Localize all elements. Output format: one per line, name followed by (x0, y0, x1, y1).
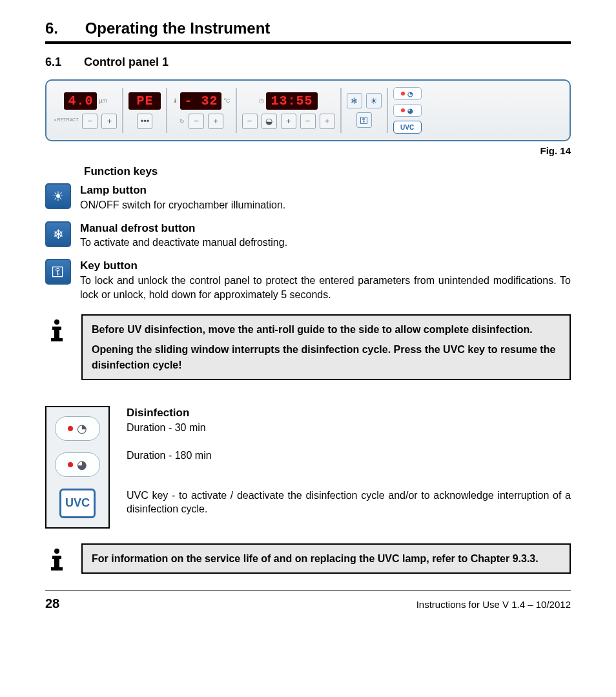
fan-icon: ↻ (180, 118, 185, 125)
function-key-lamp: ☀ Lamp button ON/OFF switch for cryocham… (45, 183, 571, 212)
fk-title: Manual defrost button (80, 222, 195, 234)
time-display: 13:55 (266, 92, 318, 110)
svg-rect-6 (54, 556, 59, 569)
thickness-unit: µm (99, 97, 107, 104)
disinfection-title: Disinfection (127, 407, 189, 419)
temperature-unit: °C (223, 97, 230, 104)
retract-label: • RETRACT (54, 117, 78, 122)
plus-button[interactable]: + (281, 114, 296, 129)
info-icon (45, 547, 68, 573)
duration-180-button[interactable]: ◕ (393, 104, 422, 117)
function-keys-heading: Function keys (84, 165, 571, 178)
duration-30-text: Duration - 30 min (127, 422, 206, 433)
info-note-1: Before UV disinfection, move the anti-ro… (45, 314, 571, 380)
duration-30-button[interactable]: ◔ (393, 87, 422, 100)
thermo-icon: 🌡 (172, 97, 178, 104)
page-footer: 28 Instructions for Use V 1.4 – 10/2012 (45, 591, 571, 611)
key-icon: ⚿ (45, 259, 71, 285)
page-number: 28 (45, 596, 59, 611)
svg-rect-7 (51, 567, 63, 571)
doc-version: Instructions for Use V 1.4 – 10/2012 (416, 599, 571, 610)
section-heading: 6.1 Control panel 1 (45, 56, 571, 69)
plus-button[interactable]: + (208, 114, 223, 129)
minus-button[interactable]: − (242, 114, 258, 129)
uvc-button[interactable]: UVC (59, 489, 96, 518)
info-text-2: Opening the sliding window interrupts th… (92, 342, 560, 372)
clock-full-icon: ◕ (77, 458, 87, 472)
chapter-title: Operating the Instrument (85, 19, 271, 37)
minus-button[interactable]: − (82, 114, 98, 129)
svg-rect-2 (54, 327, 59, 339)
clock-icon: ◷ (259, 97, 264, 104)
section-title: Control panel 1 (84, 56, 169, 68)
function-key-defrost: ❄ Manual defrost button To activate and … (45, 221, 571, 250)
lamp-icon: ☀ (45, 183, 71, 209)
minus-button[interactable]: − (189, 114, 204, 129)
info-note-2: For information on the service life of a… (45, 543, 571, 574)
plus-button[interactable]: + (101, 114, 117, 129)
svg-rect-3 (51, 338, 63, 341)
thickness-display: 4.0 (64, 92, 97, 110)
disinfection-block: ◔ ◕ UVC Disinfection Duration - 30 min D… (45, 406, 571, 530)
minus-button[interactable]: − (300, 114, 316, 129)
uvc-desc: UVC key - to activate / deactivate the d… (127, 490, 571, 515)
svg-point-4 (54, 549, 59, 554)
fk-desc: To activate and deactivate manual defros… (80, 237, 287, 248)
chapter-number: 6. (45, 19, 81, 37)
set-button[interactable]: ◒ (262, 114, 277, 129)
info-icon (45, 318, 68, 344)
fk-title: Lamp button (80, 184, 147, 196)
duration-30-button[interactable]: ◔ (55, 416, 100, 441)
temperature-display: - 32 (180, 92, 221, 110)
snowflake-icon: ❄ (45, 221, 71, 247)
disinfection-panel: ◔ ◕ UVC (45, 406, 110, 529)
function-key-lock: ⚿ Key button To lock and unlock the cont… (45, 259, 571, 301)
figure-caption: Fig. 14 (45, 145, 571, 156)
chapter-header: 6. Operating the Instrument (45, 19, 571, 44)
duration-180-button[interactable]: ◕ (55, 452, 100, 477)
lamp-icon[interactable]: ☀ (366, 93, 382, 108)
plus-button[interactable]: + (320, 114, 335, 129)
uvc-button[interactable]: UVC (393, 121, 422, 134)
duration-180-text: Duration - 180 min (127, 450, 212, 461)
svg-point-0 (54, 319, 59, 325)
fk-desc: ON/OFF switch for cryochamber illuminati… (80, 199, 285, 210)
control-panel-figure: 4.0 µm • RETRACT − + PE ••• 🌡 (45, 79, 571, 141)
info-text: For information on the service life of a… (92, 551, 560, 566)
defrost-icon[interactable]: ❄ (347, 93, 362, 108)
menu-button[interactable]: ••• (137, 114, 152, 129)
key-icon[interactable]: ⚿ (356, 112, 372, 128)
fk-title: Key button (80, 259, 138, 272)
info-text-1: Before UV disinfection, move the anti-ro… (92, 322, 560, 337)
fk-desc: To lock and unlock the control panel to … (80, 275, 571, 300)
status-display: PE (128, 92, 161, 110)
clock-empty-icon: ◔ (77, 421, 87, 436)
section-number: 6.1 (45, 56, 81, 69)
